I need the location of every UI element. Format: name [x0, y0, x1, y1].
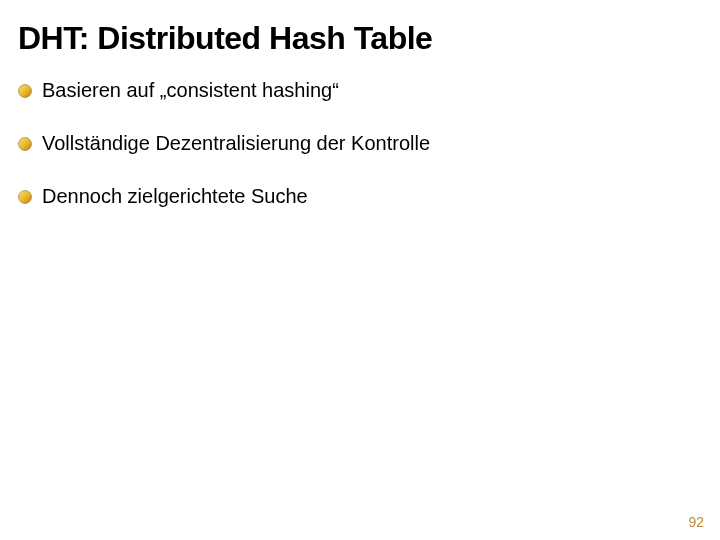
- svg-point-1: [19, 138, 32, 151]
- svg-point-0: [19, 85, 32, 98]
- bullet-icon: [18, 84, 32, 98]
- bullet-text: Basieren auf „consistent hashing“: [42, 79, 339, 102]
- list-item: Basieren auf „consistent hashing“: [18, 79, 702, 102]
- bullet-text: Dennoch zielgerichtete Suche: [42, 185, 308, 208]
- page-number: 92: [688, 514, 704, 530]
- slide-title: DHT: Distributed Hash Table: [18, 20, 702, 57]
- bullet-icon: [18, 137, 32, 151]
- list-item: Vollständige Dezentralisierung der Kontr…: [18, 132, 702, 155]
- bullet-list: Basieren auf „consistent hashing“ Vollst…: [18, 79, 702, 208]
- bullet-text: Vollständige Dezentralisierung der Kontr…: [42, 132, 430, 155]
- svg-point-2: [19, 191, 32, 204]
- list-item: Dennoch zielgerichtete Suche: [18, 185, 702, 208]
- bullet-icon: [18, 190, 32, 204]
- slide: DHT: Distributed Hash Table Basieren auf…: [0, 0, 720, 540]
